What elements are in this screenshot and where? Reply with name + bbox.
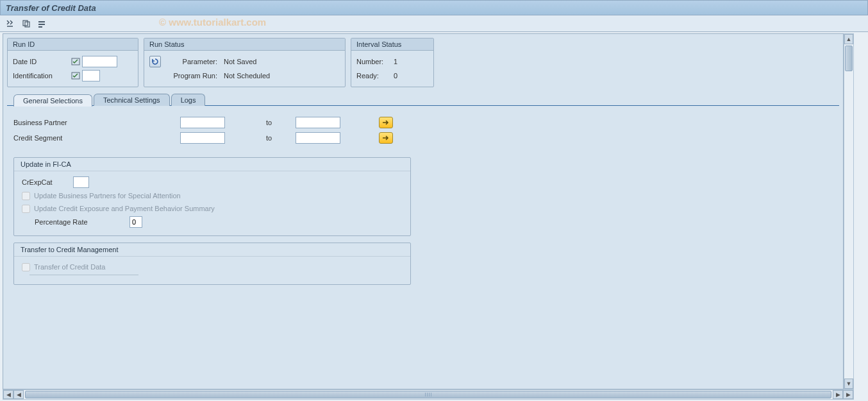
to-label: to [263, 119, 296, 126]
percentage-rate-input[interactable] [129, 216, 142, 228]
scroll-down-icon[interactable]: ▼ [844, 379, 853, 389]
business-partner-from-input[interactable] [180, 117, 225, 128]
scroll-left-icon[interactable]: ◀ [13, 390, 24, 399]
group-run-status: Run Status Parameter: Not Saved Program … [144, 38, 346, 87]
scroll-up-icon[interactable]: ▲ [844, 34, 853, 44]
refresh-button[interactable] [149, 56, 161, 67]
crexpcat-input[interactable] [73, 176, 89, 188]
required-icon [71, 71, 81, 80]
tab-logs[interactable]: Logs [171, 94, 206, 106]
chk-update-exposure-label: Update Credit Exposure and Payment Behav… [34, 205, 215, 212]
percentage-rate-label: Percentage Rate [35, 218, 129, 226]
copy-icon[interactable] [21, 18, 32, 30]
horizontal-scrollbar[interactable]: ◀ ◀ ▶ ▶ [3, 389, 854, 400]
svg-rect-2 [38, 21, 45, 22]
scroll-right-icon[interactable]: ▶ [843, 390, 853, 399]
tab-technical-settings[interactable]: Technical Settings [94, 94, 170, 106]
parameter-label: Parameter: [162, 58, 224, 65]
identification-label: Identification [13, 72, 71, 80]
group-update-fica: Update in FI-CA CrExpCat Update Business… [13, 157, 411, 236]
chk-update-exposure[interactable] [22, 205, 30, 213]
chk-update-exposure-row: Update Credit Exposure and Payment Behav… [22, 202, 403, 215]
scroll-left-icon[interactable]: ◀ [3, 390, 13, 399]
group-interval-status: Interval Status Number: 1 Ready: 0 [351, 38, 434, 87]
row-business-partner: Business Partner to [13, 115, 833, 130]
ready-value: 0 [394, 72, 397, 80]
scroll-right-icon[interactable]: ▶ [833, 390, 843, 399]
number-value: 1 [394, 58, 397, 65]
business-partner-label: Business Partner [13, 119, 180, 126]
chk-update-bp-row: Update Business Partners for Special Att… [22, 189, 403, 202]
group-title: Run Status [144, 38, 345, 51]
multiple-selection-button[interactable] [379, 132, 393, 144]
svg-rect-3 [38, 24, 45, 25]
scroll-thumb[interactable] [845, 46, 853, 71]
date-id-input[interactable] [82, 56, 117, 67]
group-title: Update in FI-CA [14, 158, 410, 171]
identification-input[interactable] [82, 70, 100, 81]
group-title: Run ID [8, 38, 138, 51]
chk-update-bp[interactable] [22, 192, 30, 200]
required-icon [71, 57, 81, 66]
program-run-value: Not Scheduled [224, 72, 270, 80]
crexpcat-label: CrExpCat [22, 178, 67, 186]
group-transfer-cm: Transfer to Credit Management Transfer o… [13, 243, 411, 285]
title-bar: Transfer of Credit Data [0, 0, 868, 15]
chk-update-bp-label: Update Business Partners for Special Att… [34, 192, 181, 200]
business-partner-to-input[interactable] [296, 117, 340, 128]
credit-segment-to-input[interactable] [296, 132, 340, 144]
execute-icon[interactable] [5, 18, 17, 30]
variant-icon[interactable] [36, 18, 47, 30]
watermark: © www.tutorialkart.com [159, 17, 266, 28]
vertical-scrollbar[interactable]: ▲ ▼ [844, 33, 854, 389]
date-id-label: Date ID [13, 58, 71, 65]
chk-transfer-credit-data[interactable] [22, 263, 30, 271]
tabstrip: General Selections Technical Settings Lo… [7, 94, 839, 291]
divider [29, 275, 138, 275]
scroll-thumb[interactable] [25, 391, 831, 398]
credit-segment-label: Credit Segment [13, 134, 180, 142]
number-label: Number: [356, 58, 394, 65]
tab-general-selections[interactable]: General Selections [13, 94, 92, 107]
credit-segment-from-input[interactable] [180, 132, 225, 144]
program-run-label: Program Run: [162, 72, 224, 80]
group-title: Transfer to Credit Management [14, 243, 410, 257]
ready-label: Ready: [356, 72, 394, 80]
parameter-value: Not Saved [224, 58, 256, 65]
header-groups: Run ID Date ID Identification [3, 34, 843, 91]
chk-transfer-row: Transfer of Credit Data [22, 260, 403, 273]
chk-transfer-label: Transfer of Credit Data [34, 263, 105, 271]
page-title: Transfer of Credit Data [6, 3, 96, 13]
application-toolbar: © www.tutorialkart.com [0, 15, 868, 32]
content-area: Run ID Date ID Identification [3, 33, 844, 389]
group-run-id: Run ID Date ID Identification [7, 38, 138, 87]
svg-rect-4 [38, 26, 42, 28]
group-title: Interval Status [351, 38, 433, 51]
multiple-selection-button[interactable] [379, 117, 393, 128]
tab-panel-general: Business Partner to Credit Segment to [7, 105, 839, 291]
to-label: to [263, 134, 296, 142]
row-credit-segment: Credit Segment to [13, 130, 833, 146]
